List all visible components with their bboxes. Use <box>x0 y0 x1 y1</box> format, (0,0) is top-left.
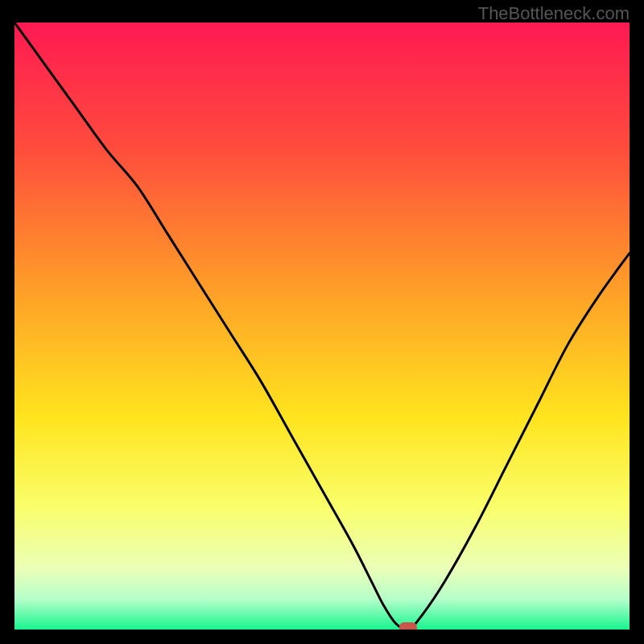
optimum-marker <box>399 622 417 630</box>
chart-svg <box>14 23 630 630</box>
chart-plot-area <box>14 23 630 630</box>
chart-background <box>14 23 630 630</box>
watermark-text: TheBottleneck.com <box>478 3 630 24</box>
